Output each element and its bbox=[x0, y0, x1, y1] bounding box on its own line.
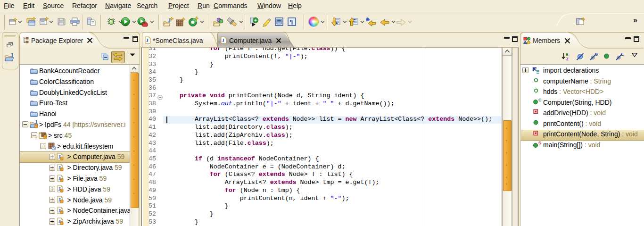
svg-text:J: J bbox=[35, 120, 37, 125]
svg-text:J: J bbox=[10, 53, 13, 59]
svg-text:C: C bbox=[538, 98, 542, 102]
svg-text:z: z bbox=[566, 56, 569, 61]
svg-text:S: S bbox=[538, 141, 541, 145]
svg-text:¶: ¶ bbox=[290, 18, 293, 25]
svg-text:J: J bbox=[168, 17, 171, 24]
